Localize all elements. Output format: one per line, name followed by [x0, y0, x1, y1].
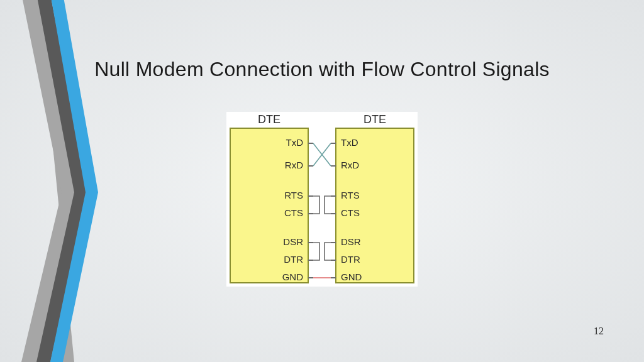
right-box-label: DTE: [364, 113, 386, 126]
svg-marker-0: [21, 0, 74, 362]
pin-label-cts-left: CTS: [284, 207, 303, 218]
pin-label-rxd-right: RxD: [341, 160, 359, 170]
pin-stubs: [308, 143, 336, 278]
pin-label-dsr-left: DSR: [283, 236, 303, 247]
pin-label-txd-right: TxD: [341, 137, 358, 148]
left-box-label: DTE: [258, 113, 280, 126]
pin-label-dtr-right: DTR: [341, 254, 360, 265]
null-modem-diagram: DTE DTE TxD RxD RTS CTS DSR DTR GND TxD …: [226, 112, 418, 287]
pin-label-gnd-right: GND: [341, 272, 362, 282]
wire-txd-rxd-cross: [313, 143, 331, 166]
wire-rts-cts-loop-right: [325, 196, 331, 214]
pin-label-dsr-right: DSR: [341, 236, 361, 247]
pin-label-rts-right: RTS: [341, 190, 360, 200]
wire-rts-cts-loop-left: [313, 196, 319, 214]
pin-label-cts-right: CTS: [341, 207, 360, 218]
pin-label-dtr-left: DTR: [284, 254, 303, 265]
page-title: Null Modem Connection with Flow Control …: [0, 58, 644, 81]
pin-label-rts-left: RTS: [284, 190, 303, 200]
pin-label-gnd-left: GND: [282, 272, 304, 282]
page-number: 12: [594, 326, 604, 337]
wire-dsr-dtr-loop-left: [313, 243, 319, 260]
pin-label-txd-left: TxD: [286, 137, 304, 148]
wire-dsr-dtr-loop-right: [325, 243, 331, 260]
pin-label-rxd-left: RxD: [285, 160, 303, 170]
